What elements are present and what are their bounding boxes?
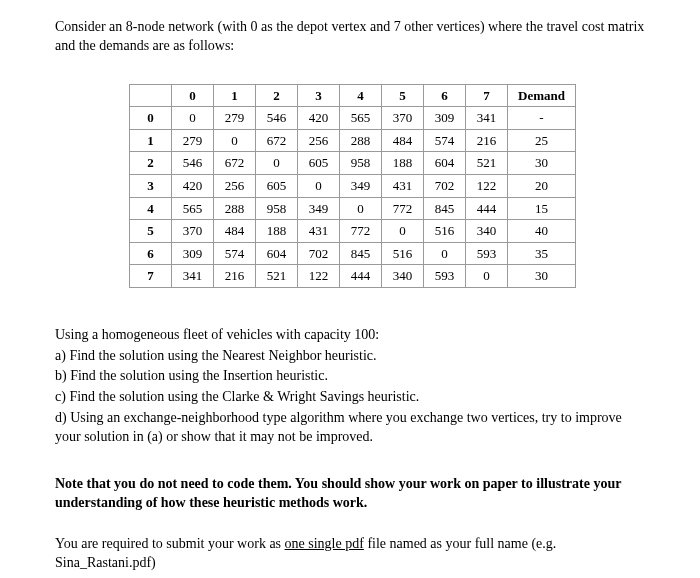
demand-cell: 40 — [508, 220, 576, 243]
submit-paragraph: You are required to submit your work as … — [55, 535, 650, 573]
demand-cell: 30 — [508, 152, 576, 175]
cell: 702 — [298, 242, 340, 265]
cell: 0 — [466, 265, 508, 288]
cell: 845 — [340, 242, 382, 265]
cell: 958 — [340, 152, 382, 175]
row-label: 3 — [130, 174, 172, 197]
cell: 0 — [172, 107, 214, 130]
cell: 574 — [214, 242, 256, 265]
cell: 340 — [466, 220, 508, 243]
demand-cell: 25 — [508, 129, 576, 152]
cell: 0 — [382, 220, 424, 243]
col-header: 5 — [382, 84, 424, 107]
cell: 845 — [424, 197, 466, 220]
cell: 546 — [172, 152, 214, 175]
cell: 309 — [424, 107, 466, 130]
cell: 565 — [172, 197, 214, 220]
cell: 349 — [340, 174, 382, 197]
col-header-demand: Demand — [508, 84, 576, 107]
cell: 0 — [340, 197, 382, 220]
table-row: 6 309 574 604 702 845 516 0 593 35 — [130, 242, 576, 265]
cell: 958 — [256, 197, 298, 220]
cell: 188 — [256, 220, 298, 243]
cell: 444 — [340, 265, 382, 288]
cell: 216 — [214, 265, 256, 288]
table-row: 5 370 484 188 431 772 0 516 340 40 — [130, 220, 576, 243]
cell: 340 — [382, 265, 424, 288]
cell: 604 — [424, 152, 466, 175]
instruction-a: a) Find the solution using the Nearest N… — [55, 347, 650, 366]
cell: 565 — [340, 107, 382, 130]
table-header-row: 0 1 2 3 4 5 6 7 Demand — [130, 84, 576, 107]
cell: 288 — [340, 129, 382, 152]
cell: 341 — [466, 107, 508, 130]
col-header: 7 — [466, 84, 508, 107]
cell: 431 — [382, 174, 424, 197]
cell: 444 — [466, 197, 508, 220]
cell: 0 — [424, 242, 466, 265]
cell: 370 — [382, 107, 424, 130]
cell: 593 — [424, 265, 466, 288]
cell: 420 — [172, 174, 214, 197]
cell: 521 — [256, 265, 298, 288]
instruction-b: b) Find the solution using the Insertion… — [55, 367, 650, 386]
table-row: 2 546 672 0 605 958 188 604 521 30 — [130, 152, 576, 175]
note-paragraph: Note that you do not need to code them. … — [55, 475, 650, 513]
cell: 772 — [340, 220, 382, 243]
col-header: 4 — [340, 84, 382, 107]
submit-before: You are required to submit your work as — [55, 536, 285, 551]
instruction-d: d) Using an exchange-neighborhood type a… — [55, 409, 650, 447]
demand-cell: 15 — [508, 197, 576, 220]
cell: 216 — [466, 129, 508, 152]
col-header: 6 — [424, 84, 466, 107]
row-label: 2 — [130, 152, 172, 175]
demand-cell: - — [508, 107, 576, 130]
cell: 431 — [298, 220, 340, 243]
cell: 604 — [256, 242, 298, 265]
demand-cell: 20 — [508, 174, 576, 197]
cell: 672 — [256, 129, 298, 152]
cell: 279 — [214, 107, 256, 130]
cell: 672 — [214, 152, 256, 175]
cell: 122 — [298, 265, 340, 288]
cell: 0 — [214, 129, 256, 152]
cell: 256 — [298, 129, 340, 152]
cell: 484 — [382, 129, 424, 152]
cost-matrix-table: 0 1 2 3 4 5 6 7 Demand 0 0 279 546 420 5… — [129, 84, 576, 288]
cell: 593 — [466, 242, 508, 265]
row-label: 7 — [130, 265, 172, 288]
cell: 521 — [466, 152, 508, 175]
cell: 574 — [424, 129, 466, 152]
instruction-c: c) Find the solution using the Clarke & … — [55, 388, 650, 407]
table-row: 7 341 216 521 122 444 340 593 0 30 — [130, 265, 576, 288]
cell: 188 — [382, 152, 424, 175]
col-header — [130, 84, 172, 107]
row-label: 1 — [130, 129, 172, 152]
cell: 0 — [298, 174, 340, 197]
cell: 516 — [424, 220, 466, 243]
instructions-block: Using a homogeneous fleet of vehicles wi… — [55, 326, 650, 447]
cell: 516 — [382, 242, 424, 265]
row-label: 5 — [130, 220, 172, 243]
cell: 772 — [382, 197, 424, 220]
submit-underlined: one single pdf — [285, 536, 364, 551]
row-label: 4 — [130, 197, 172, 220]
intro-paragraph: Consider an 8-node network (with 0 as th… — [55, 18, 650, 56]
cell: 349 — [298, 197, 340, 220]
cell: 341 — [172, 265, 214, 288]
cell: 702 — [424, 174, 466, 197]
cell: 484 — [214, 220, 256, 243]
cell: 420 — [298, 107, 340, 130]
cell: 546 — [256, 107, 298, 130]
cell: 122 — [466, 174, 508, 197]
col-header: 2 — [256, 84, 298, 107]
cell: 256 — [214, 174, 256, 197]
cell: 605 — [298, 152, 340, 175]
cell: 279 — [172, 129, 214, 152]
row-label: 0 — [130, 107, 172, 130]
table-row: 3 420 256 605 0 349 431 702 122 20 — [130, 174, 576, 197]
table-row: 0 0 279 546 420 565 370 309 341 - — [130, 107, 576, 130]
demand-cell: 30 — [508, 265, 576, 288]
col-header: 3 — [298, 84, 340, 107]
cell: 309 — [172, 242, 214, 265]
